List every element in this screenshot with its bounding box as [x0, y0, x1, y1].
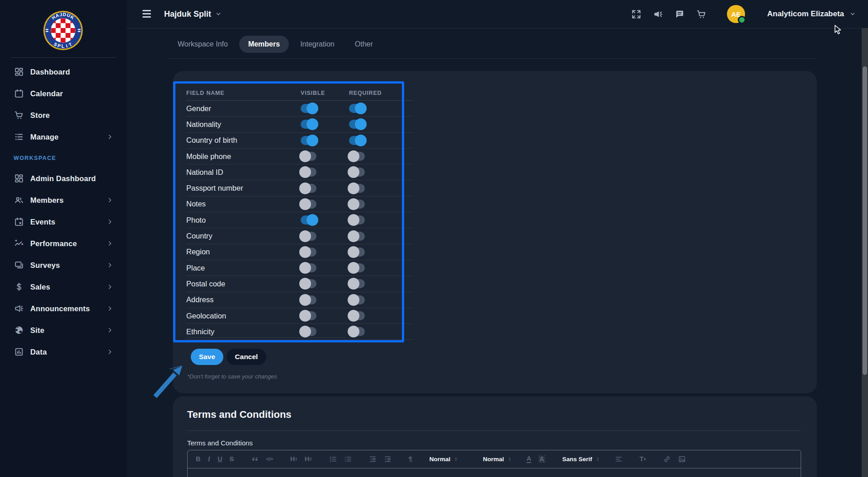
sidebar-item[interactable]: Announcements — [0, 298, 127, 319]
text-color-icon[interactable]: A — [527, 455, 531, 463]
visible-toggle[interactable] — [301, 263, 316, 272]
blockquote-icon[interactable] — [251, 455, 259, 463]
tab[interactable]: Workspace Info — [169, 36, 237, 53]
menu-icon[interactable] — [142, 10, 151, 18]
visible-toggle[interactable] — [301, 279, 316, 288]
editor-toolbar: BIUS</>H1H2123¶NormalNormalAASans SerifT… — [188, 450, 801, 468]
size-select-dropdown[interactable]: Normal — [429, 456, 459, 463]
column-header-required: REQUIRED — [349, 90, 413, 96]
visible-toggle[interactable] — [301, 136, 316, 145]
visible-toggle[interactable] — [301, 311, 316, 320]
avatar[interactable]: AE — [727, 5, 745, 23]
save-reminder-note: *Don't forget to save your changes — [187, 373, 277, 380]
code-icon[interactable]: </> — [266, 457, 273, 462]
header2-icon[interactable]: H2 — [305, 456, 312, 463]
required-toggle[interactable] — [349, 168, 365, 177]
required-toggle[interactable] — [349, 120, 365, 129]
required-toggle[interactable] — [349, 263, 365, 272]
required-toggle[interactable] — [349, 232, 365, 241]
visible-toggle[interactable] — [301, 248, 316, 257]
rich-text-editor[interactable]: BIUS</>H1H2123¶NormalNormalAASans SerifT… — [187, 450, 801, 477]
visible-toggle[interactable] — [301, 200, 316, 209]
surveys-icon — [14, 260, 24, 271]
visible-toggle[interactable] — [301, 232, 316, 241]
sidebar-item[interactable]: Sales — [0, 276, 127, 298]
sidebar-nav-workspace: Admin Dashboard Members Events — [0, 168, 127, 363]
chevron-right-icon — [107, 262, 113, 268]
club-selector[interactable]: Hajduk Split — [164, 0, 222, 28]
cancel-button[interactable]: Cancel — [226, 349, 266, 365]
sidebar-item[interactable]: Members — [0, 189, 127, 211]
toggle-knob — [348, 182, 359, 194]
save-button[interactable]: Save — [191, 349, 223, 365]
clean-format-icon[interactable]: Tx — [640, 456, 646, 463]
field-name: Country — [186, 232, 301, 240]
image-icon[interactable] — [678, 455, 686, 463]
megaphone-icon[interactable] — [652, 8, 664, 20]
data-icon — [14, 346, 24, 357]
required-toggle[interactable] — [349, 136, 365, 145]
ordered-list-icon[interactable]: 123 — [329, 455, 337, 463]
bullet-list-icon[interactable] — [344, 455, 352, 463]
visible-toggle[interactable] — [301, 120, 316, 129]
toggle-knob — [299, 198, 311, 210]
cart-icon[interactable] — [695, 8, 707, 20]
sidebar-item[interactable]: Calendar — [0, 83, 127, 104]
required-toggle[interactable] — [349, 311, 365, 320]
align-icon[interactable] — [615, 455, 623, 463]
fullscreen-icon[interactable] — [630, 8, 642, 20]
visible-toggle[interactable] — [301, 168, 316, 177]
sidebar-item[interactable]: Data — [0, 341, 127, 363]
link-icon[interactable] — [663, 455, 671, 463]
visible-toggle[interactable] — [301, 295, 316, 304]
header-select-dropdown[interactable]: Normal — [483, 456, 512, 463]
sidebar-item[interactable]: Events — [0, 211, 127, 233]
required-toggle[interactable] — [349, 215, 365, 224]
sidebar-item[interactable]: Surveys — [0, 254, 127, 276]
visible-toggle[interactable] — [301, 215, 316, 224]
sidebar-item[interactable]: Admin Dashboard — [0, 168, 127, 189]
visible-toggle[interactable] — [301, 327, 316, 336]
bg-color-icon[interactable]: A — [538, 455, 545, 463]
visible-toggle[interactable] — [301, 184, 316, 193]
italic-icon[interactable]: I — [208, 456, 210, 463]
sidebar-item[interactable]: Site — [0, 319, 127, 341]
font-select-dropdown[interactable]: Sans Serif — [562, 456, 600, 463]
outdent-icon[interactable] — [369, 455, 377, 463]
sidebar-item[interactable]: Store — [0, 104, 127, 126]
visible-toggle[interactable] — [301, 152, 316, 161]
toggle-knob — [348, 214, 359, 226]
tab[interactable]: Other — [346, 36, 382, 53]
tabs-divider — [169, 58, 817, 59]
chevron-right-icon — [107, 327, 113, 333]
strike-icon[interactable]: S — [230, 456, 234, 463]
visible-toggle[interactable] — [301, 104, 316, 113]
scrollbar-track[interactable] — [862, 28, 868, 477]
required-toggle[interactable] — [349, 248, 365, 257]
user-menu[interactable]: Analyticom Elizabeta — [767, 0, 856, 28]
sidebar-item[interactable]: Performance — [0, 233, 127, 254]
tab[interactable]: Integration — [291, 36, 344, 53]
tab[interactable]: Members — [239, 36, 289, 53]
required-toggle[interactable] — [349, 279, 365, 288]
scrollbar-thumb[interactable] — [863, 66, 867, 375]
sidebar-item[interactable]: Dashboard — [0, 61, 127, 83]
required-toggle[interactable] — [349, 327, 365, 336]
chat-icon[interactable] — [674, 8, 685, 20]
indent-icon[interactable] — [384, 455, 392, 463]
toggle-knob — [299, 294, 311, 306]
required-toggle[interactable] — [349, 152, 365, 161]
terms-field-label: Terms and Conditions — [187, 439, 253, 447]
required-toggle[interactable] — [349, 200, 365, 209]
required-toggle[interactable] — [349, 184, 365, 193]
direction-icon[interactable]: ¶ — [409, 456, 412, 463]
required-toggle[interactable] — [349, 295, 365, 304]
underline-icon[interactable]: U — [217, 456, 222, 463]
header1-icon[interactable]: H1 — [290, 456, 297, 463]
field-name: Place — [186, 264, 301, 272]
toggle-knob — [348, 166, 359, 178]
announcements-icon — [14, 303, 24, 314]
bold-icon[interactable]: B — [196, 456, 200, 463]
sidebar-item[interactable]: Manage — [0, 126, 127, 148]
required-toggle[interactable] — [349, 104, 365, 113]
